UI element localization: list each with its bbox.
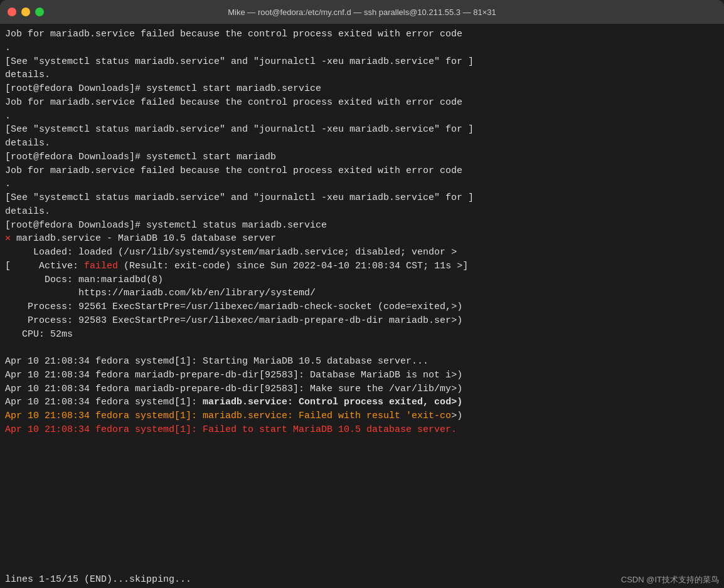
- terminal-line: [root@fedora Downloads]# systemctl start…: [5, 150, 719, 164]
- terminal-line: [See "systemctl status mariadb.service" …: [5, 191, 719, 205]
- window-title: Mike — root@fedora:/etc/my.cnf.d — ssh p…: [228, 8, 496, 17]
- terminal-line: .: [5, 41, 719, 55]
- terminal-line: Loaded: loaded (/usr/lib/systemd/system/…: [5, 246, 719, 260]
- watermark: CSDN @IT技术支持的菜鸟: [621, 574, 719, 585]
- terminal-line: [root@fedora Downloads]# systemctl start…: [5, 82, 719, 96]
- minimize-button[interactable]: [21, 8, 30, 16]
- terminal-line: Apr 10 21:08:34 fedora systemd[1]: Faile…: [5, 423, 719, 437]
- terminal-line: .: [5, 110, 719, 123]
- terminal-line: details.: [5, 205, 719, 219]
- terminal-line: Apr 10 21:08:34 fedora systemd[1]: maria…: [5, 396, 719, 409]
- terminal-line: https://mariadb.com/kb/en/library/system…: [5, 286, 719, 300]
- terminal-line: Apr 10 21:08:34 fedora systemd[1]: Start…: [5, 355, 719, 369]
- traffic-lights: [8, 8, 44, 16]
- terminal-line: Job for mariadb.service failed because t…: [5, 28, 719, 41]
- terminal-line: CPU: 52ms: [5, 328, 719, 342]
- terminal-line: Job for mariadb.service failed because t…: [5, 164, 719, 178]
- terminal-line: [5, 341, 719, 355]
- terminal-line: Apr 10 21:08:34 fedora mariadb-prepare-d…: [5, 382, 719, 396]
- terminal-line: Apr 10 21:08:34 fedora mariadb-prepare-d…: [5, 369, 719, 382]
- status-bar: lines 1-15/15 (END)...skipping... CSDN @…: [0, 573, 724, 588]
- terminal-line: ✕ mariadb.service - MariaDB 10.5 databas…: [5, 232, 719, 246]
- terminal-line: details.: [5, 68, 719, 82]
- terminal-line: [root@fedora Downloads]# systemctl statu…: [5, 219, 719, 233]
- maximize-button[interactable]: [35, 8, 44, 16]
- terminal-line: [See "systemctl status mariadb.service" …: [5, 55, 719, 69]
- terminal-body[interactable]: Job for mariadb.service failed because t…: [0, 24, 724, 573]
- close-button[interactable]: [8, 8, 16, 16]
- terminal-line: Process: 92561 ExecStartPre=/usr/libexec…: [5, 300, 719, 314]
- terminal-line: [See "systemctl status mariadb.service" …: [5, 123, 719, 137]
- terminal-line: details.: [5, 137, 719, 150]
- terminal-line: Process: 92583 ExecStartPre=/usr/libexec…: [5, 314, 719, 328]
- titlebar: Mike — root@fedora:/etc/my.cnf.d — ssh p…: [0, 0, 724, 24]
- terminal-line: .: [5, 177, 719, 191]
- terminal-line: Job for mariadb.service failed because t…: [5, 96, 719, 110]
- terminal-window: Mike — root@fedora:/etc/my.cnf.d — ssh p…: [0, 0, 724, 588]
- status-bar-left: lines 1-15/15 (END)...skipping...: [5, 574, 191, 585]
- terminal-line: Docs: man:mariadbd(8): [5, 273, 719, 287]
- terminal-line: Apr 10 21:08:34 fedora systemd[1]: maria…: [5, 409, 719, 423]
- terminal-line: [ Active: failed (Result: exit-code) sin…: [5, 260, 719, 273]
